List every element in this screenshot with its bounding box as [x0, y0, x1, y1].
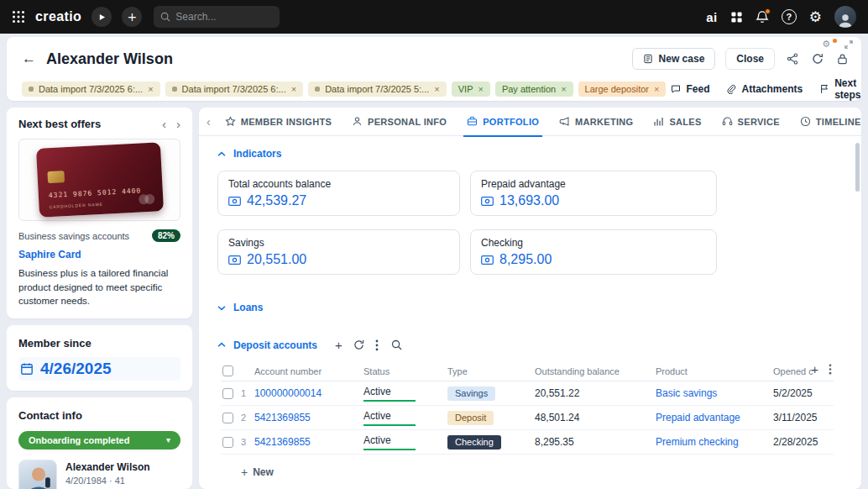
tab-portfolio[interactable]: PORTFOLIO — [457, 108, 549, 136]
status-value: Active — [363, 386, 416, 402]
table-body: 1 100000000014 Active Savings 20,551.22 … — [221, 381, 834, 455]
lock-icon[interactable] — [835, 51, 850, 66]
next-offer-icon[interactable]: › — [176, 118, 180, 130]
table-settings-kebab-icon[interactable] — [829, 364, 832, 375]
banknote-icon — [228, 197, 241, 206]
feed-link[interactable]: Feed — [671, 83, 709, 95]
tab-marketing[interactable]: MARKETING — [549, 108, 643, 136]
select-all-checkbox[interactable] — [222, 365, 233, 376]
deposit-accounts-toolbar: + — [335, 339, 402, 351]
product-link[interactable]: Prepaid advantage — [656, 412, 773, 423]
play-button[interactable] — [92, 7, 112, 27]
table-row[interactable]: 3 5421369855 Active Checking 8,295.35 Pr… — [221, 430, 834, 455]
list-search-icon[interactable] — [391, 339, 402, 350]
account-number-link[interactable]: 5421369855 — [254, 412, 363, 423]
product-link[interactable]: Basic savings — [656, 387, 773, 399]
contact-person: Alexander Wilson 4/20/1984 · 41 10:25 AM… — [18, 460, 180, 489]
refresh-icon[interactable] — [810, 51, 825, 66]
offer-link[interactable]: Saphire Card — [18, 249, 81, 260]
tag-chip[interactable]: Data import 7/3/2025 6:...× — [165, 82, 304, 97]
deposit-accounts-section-header[interactable]: Deposit accounts + — [217, 339, 848, 351]
share-processes-icon[interactable] — [785, 51, 800, 66]
page-settings-gear-icon[interactable]: ⚙ — [822, 39, 830, 49]
reload-icon[interactable] — [353, 339, 364, 350]
column-status[interactable]: Status — [363, 366, 447, 376]
indicator-metrics: Total accounts balance 42,539.27 Prepaid… — [217, 171, 848, 275]
column-account-number[interactable]: Account number — [254, 366, 363, 376]
remove-tag-icon[interactable]: × — [478, 84, 483, 94]
attachments-link[interactable]: Attachments — [726, 83, 803, 95]
tag-chip[interactable]: Data import 7/3/2025 5:...× — [308, 82, 447, 97]
global-search[interactable] — [154, 6, 280, 28]
remove-tag-icon[interactable]: × — [434, 84, 439, 94]
row-checkbox[interactable] — [222, 388, 233, 399]
add-column-icon[interactable]: + — [811, 363, 818, 376]
type-badge: Deposit — [447, 411, 494, 425]
contact-text: Alexander Wilson 4/20/1984 · 41 10:25 AM… — [65, 460, 168, 489]
remove-tag-icon[interactable]: × — [654, 84, 659, 94]
contact-birthdate: 4/20/1984 · 41 — [65, 476, 168, 486]
row-checkbox[interactable] — [222, 437, 233, 448]
column-type[interactable]: Type — [447, 366, 535, 376]
new-record-button[interactable]: + New — [241, 465, 834, 479]
user-avatar[interactable] — [834, 6, 856, 28]
back-button[interactable]: ← — [22, 50, 36, 67]
table-row[interactable]: 1 100000000014 Active Savings 20,551.22 … — [221, 381, 834, 406]
balance-value: 20,551.22 — [535, 387, 656, 399]
column-outstanding-balance[interactable]: Outstanding balance — [535, 366, 656, 376]
help-icon[interactable]: ? — [782, 9, 797, 24]
kebab-menu-icon[interactable] — [375, 339, 379, 351]
tag-chip[interactable]: Pay attention× — [495, 82, 573, 97]
tab-bar: ‹ MEMBER INSIGHTS PERSONAL INFO PORTFOLI… — [199, 108, 861, 136]
account-number-link[interactable]: 100000000014 — [254, 387, 363, 399]
remove-tag-icon[interactable]: × — [148, 84, 153, 94]
member-since-value: 4/26/2025 — [18, 357, 180, 381]
add-record-icon[interactable]: + — [335, 339, 342, 351]
tag-chip[interactable]: VIP× — [452, 82, 490, 97]
column-product[interactable]: Product — [656, 366, 773, 376]
product-link[interactable]: Premium checking — [656, 436, 773, 448]
search-input[interactable] — [175, 11, 273, 23]
title-actions: New case Close — [632, 48, 850, 70]
marketplace-grid-icon[interactable] — [730, 11, 743, 24]
calendar-icon — [20, 362, 34, 376]
banknote-icon — [228, 255, 241, 265]
tag-chip[interactable]: Data import 7/3/2025 6:...× — [22, 82, 160, 97]
tag-chip[interactable]: Large depositor× — [578, 82, 667, 97]
tab-timeline[interactable]: TIMELINE — [790, 108, 861, 136]
portfolio-content: Indicators Total accounts balance 42,539… — [199, 136, 861, 489]
global-add-button[interactable]: + — [122, 7, 142, 27]
prev-offer-icon[interactable]: ‹ — [162, 118, 166, 130]
tab-personal-info[interactable]: PERSONAL INFO — [342, 108, 457, 136]
next-steps-link[interactable]: Next steps — [819, 77, 860, 101]
play-icon — [98, 13, 106, 21]
expand-icon[interactable] — [844, 40, 853, 49]
close-button[interactable]: Close — [725, 48, 775, 70]
indicators-section-header[interactable]: Indicators — [217, 148, 848, 160]
header-mini-controls: ⚙ — [822, 39, 853, 49]
onboarding-status-dropdown[interactable]: Onboarding completed ▾ — [18, 431, 180, 450]
table-row[interactable]: 2 5421369855 Active Deposit 48,501.24 Pr… — [221, 406, 834, 430]
settings-alert-dot — [833, 39, 837, 43]
ai-assistant-button[interactable]: ai — [706, 10, 718, 24]
card-brand-rings — [142, 194, 154, 205]
remove-tag-icon[interactable]: × — [561, 84, 566, 94]
account-number-link[interactable]: 5421369855 — [254, 436, 363, 448]
vertical-scrollbar[interactable] — [855, 143, 860, 192]
card-chip — [47, 171, 65, 183]
loans-section-header[interactable]: Loans — [217, 302, 848, 313]
tabs-scroll-left-icon[interactable]: ‹ — [202, 116, 215, 128]
notifications-bell-icon[interactable] — [756, 10, 769, 24]
tab-service[interactable]: SERVICE — [712, 108, 790, 136]
card-number: 4321 9876 5012 4400 — [48, 187, 141, 199]
contact-photo[interactable] — [18, 460, 57, 489]
row-checkbox[interactable] — [222, 413, 233, 423]
opened-date: 5/2/2025 — [773, 387, 834, 399]
tab-sales[interactable]: SALES — [643, 108, 711, 136]
settings-gear-icon[interactable]: ⚙ — [809, 10, 822, 24]
remove-tag-icon[interactable]: × — [291, 84, 296, 94]
metric-checking: Checking 8,295.00 — [470, 229, 717, 275]
apps-grid-icon[interactable] — [12, 10, 25, 24]
new-case-button[interactable]: New case — [632, 48, 716, 70]
tab-member-insights[interactable]: MEMBER INSIGHTS — [215, 108, 342, 136]
